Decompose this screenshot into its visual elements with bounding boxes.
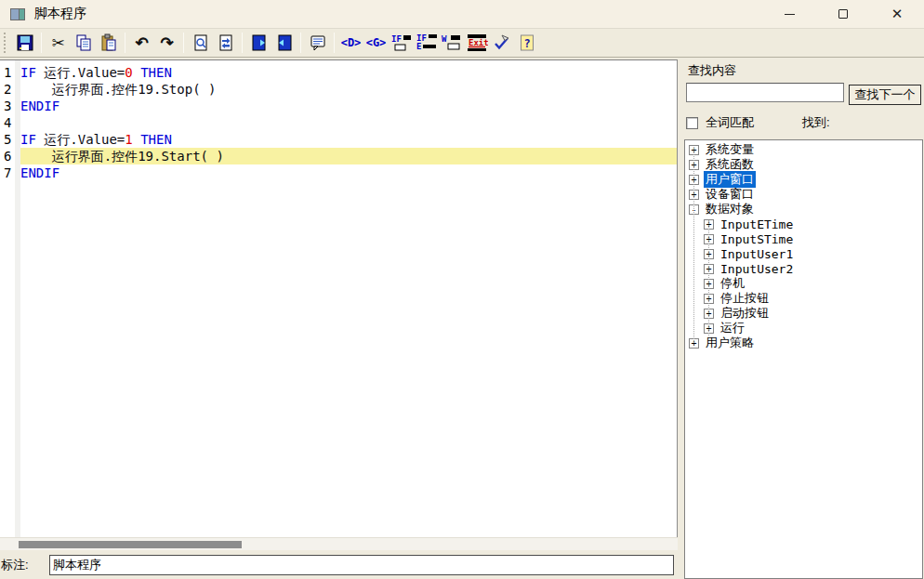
svg-text:Exit: Exit xyxy=(469,38,488,47)
toolbar-gripper[interactable] xyxy=(4,33,7,53)
tree-item-label: InputSTime xyxy=(719,232,795,246)
horizontal-scrollbar[interactable] xyxy=(0,537,678,550)
scissors-icon: ✂ xyxy=(51,35,64,51)
search-panel: 查找内容 查找下一个 全词匹配 找到: +系统变量+系统函数+用户窗口+设备窗口… xyxy=(684,58,924,579)
object-tree[interactable]: +系统变量+系统函数+用户窗口+设备窗口-数据对象+InputETime+Inp… xyxy=(684,139,923,579)
exit-button[interactable]: Exit xyxy=(464,31,489,55)
tree-item-stop-button[interactable]: +停止按钮 xyxy=(685,291,922,306)
while-icon: W xyxy=(441,33,463,52)
if-else-icon: IFE xyxy=(416,33,438,52)
tree-connector xyxy=(708,220,709,336)
page-forward-icon xyxy=(250,33,269,52)
svg-text:?: ? xyxy=(523,37,530,50)
insert-data-tag-button[interactable]: <D> xyxy=(338,31,363,55)
search-input[interactable] xyxy=(686,83,844,102)
comment-button[interactable] xyxy=(305,31,330,55)
footer-bar: 标注: xyxy=(0,550,678,579)
print-preview-button[interactable] xyxy=(188,31,213,55)
line-number: 4 xyxy=(0,114,20,131)
find-content-label: 查找内容 xyxy=(688,62,736,79)
tree-item-system-variables[interactable]: +系统变量 xyxy=(685,142,922,157)
find-next-button[interactable]: 查找下一个 xyxy=(849,85,921,105)
found-label: 找到: xyxy=(802,114,830,131)
toolbar-separator xyxy=(242,33,243,53)
if-then-button[interactable]: IF xyxy=(389,31,414,55)
tree-item-label: InputUser2 xyxy=(719,262,795,276)
code-text: ENDIF xyxy=(20,164,677,181)
svg-text:IF: IF xyxy=(391,34,402,44)
if-else-button[interactable]: IFE xyxy=(414,31,439,55)
title-bar: 脚本程序 ✕ xyxy=(0,0,924,28)
tree-item-start-button[interactable]: +启动按钮 xyxy=(685,306,922,321)
code-text xyxy=(20,114,677,131)
line-number: 1 xyxy=(0,64,20,81)
syntax-check-button[interactable] xyxy=(489,31,514,55)
window-title: 脚本程序 xyxy=(34,6,86,22)
indent-right-button[interactable] xyxy=(246,31,271,55)
code-text: ENDIF xyxy=(20,98,677,114)
comment-icon xyxy=(309,33,327,52)
script-editor-window: 脚本程序 ✕ ✂↶↷<D><G>IFIFEWExit? 1IF 运行.Value… xyxy=(0,0,924,579)
toolbar-separator xyxy=(300,33,301,53)
paste-button[interactable] xyxy=(96,31,121,55)
code-line-2[interactable]: 2 运行界面.控件19.Stop( ) xyxy=(0,81,677,98)
tree-item-label: InputETime xyxy=(719,217,795,231)
page-magnifier-icon xyxy=(191,33,210,52)
paste-icon xyxy=(99,33,118,52)
svg-text:E: E xyxy=(416,42,421,51)
close-button[interactable]: ✕ xyxy=(870,0,924,28)
svg-text:W: W xyxy=(442,34,447,44)
tree-item-InputUser2[interactable]: +InputUser2 xyxy=(685,261,922,276)
help-icon: ? xyxy=(518,33,536,52)
tree-item-InputETime[interactable]: +InputETime xyxy=(685,217,922,231)
exit-icon: Exit xyxy=(466,33,488,52)
code-line-4[interactable]: 4 xyxy=(0,114,677,131)
floppy-icon xyxy=(16,33,34,52)
window-controls: ✕ xyxy=(762,0,924,28)
code-line-1[interactable]: 1IF 运行.Value=0 THEN xyxy=(0,64,677,81)
format-code-button[interactable] xyxy=(213,31,238,55)
redo-button[interactable]: ↷ xyxy=(154,31,179,55)
code-line-7[interactable]: 7ENDIF xyxy=(0,164,677,181)
tree-item-user-windows[interactable]: +用户窗口 xyxy=(685,172,922,187)
while-button[interactable]: W xyxy=(439,31,464,55)
tree-item-system-functions[interactable]: +系统函数 xyxy=(685,157,922,172)
code-line-3[interactable]: 3ENDIF xyxy=(0,98,677,114)
insert-global-tag-button[interactable]: <G> xyxy=(363,31,389,55)
code-line-6[interactable]: 6 运行界面.控件19.Start( ) xyxy=(0,148,677,164)
page-arrows-icon xyxy=(217,33,235,52)
scrollbar-thumb[interactable] xyxy=(19,541,242,548)
if-then-icon: IF xyxy=(390,33,413,52)
tree-item-stop-machine[interactable]: +停机 xyxy=(685,276,922,291)
tree-item-running[interactable]: +运行 xyxy=(685,321,922,336)
line-number: 5 xyxy=(0,131,20,148)
minimize-button[interactable] xyxy=(762,0,816,28)
code-text: IF 运行.Value=1 THEN xyxy=(20,131,677,148)
tree-item-InputUser1[interactable]: +InputUser1 xyxy=(685,246,922,261)
tree-item-device-windows[interactable]: +设备窗口 xyxy=(685,187,922,202)
tree-connector xyxy=(693,148,694,343)
code-line-5[interactable]: 5IF 运行.Value=1 THEN xyxy=(0,131,677,148)
toolbar-separator xyxy=(41,33,42,53)
toolbar: ✂↶↷<D><G>IFIFEWExit? xyxy=(0,28,924,58)
tree-item-label: 数据对象 xyxy=(704,201,756,217)
whole-word-checkbox[interactable] xyxy=(686,117,698,129)
match-options-row: 全词匹配 找到: xyxy=(686,115,922,130)
code-editor[interactable]: 1IF 运行.Value=0 THEN2 运行界面.控件19.Stop( )3E… xyxy=(0,59,678,537)
note-label: 标注: xyxy=(1,557,49,573)
whole-word-label: 全词匹配 xyxy=(706,114,754,131)
save-button[interactable] xyxy=(12,31,37,55)
maximize-button[interactable] xyxy=(816,0,870,28)
tree-item-data-objects[interactable]: -数据对象 xyxy=(685,202,922,217)
cut-button[interactable]: ✂ xyxy=(46,31,71,55)
note-input[interactable] xyxy=(49,555,674,575)
undo-button[interactable]: ↶ xyxy=(129,31,154,55)
tree-item-InputSTime[interactable]: +InputSTime xyxy=(685,231,922,246)
copy-button[interactable] xyxy=(71,31,96,55)
tag-icon: <G> xyxy=(366,36,387,49)
line-number: 6 xyxy=(0,148,20,164)
indent-left-button[interactable] xyxy=(271,31,297,55)
help-button[interactable]: ? xyxy=(514,31,539,55)
code-text: IF 运行.Value=0 THEN xyxy=(20,64,677,81)
tree-item-user-strategies[interactable]: +用户策略 xyxy=(685,336,922,350)
